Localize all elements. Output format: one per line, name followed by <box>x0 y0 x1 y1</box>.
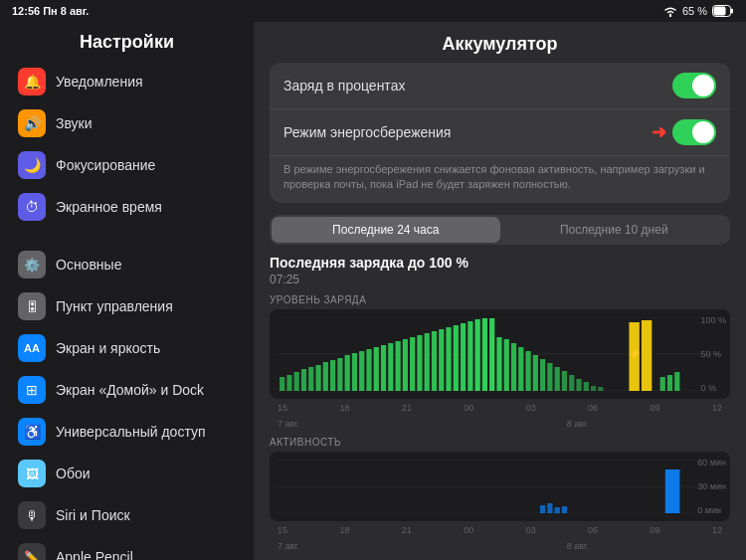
sounds-label: Звуки <box>56 115 93 131</box>
svg-rect-9 <box>301 369 306 391</box>
battery-x-labels: 15 18 21 00 03 06 09 12 <box>270 403 730 413</box>
notifications-label: Уведомления <box>56 74 143 90</box>
percent-toggle-knob <box>692 75 714 96</box>
svg-rect-39 <box>518 347 523 391</box>
svg-rect-25 <box>417 335 422 391</box>
red-arrow-icon: ➜ <box>652 121 666 143</box>
sounds-icon: 🔊 <box>18 109 46 137</box>
sidebar-item-general[interactable]: ⚙️ Основные <box>6 244 248 285</box>
svg-rect-46 <box>569 375 574 391</box>
svg-rect-15 <box>345 355 350 391</box>
svg-rect-47 <box>576 379 581 391</box>
svg-rect-38 <box>511 343 516 391</box>
sidebar-item-notifications[interactable]: 🔔 Уведомления <box>6 61 248 102</box>
screen-time-label: Экранное время <box>56 199 162 215</box>
sidebar-title: Настройки <box>0 22 254 61</box>
svg-rect-49 <box>591 386 596 391</box>
arrow-indicator: ➜ <box>652 119 716 145</box>
siri-icon: 🎙 <box>18 501 46 529</box>
svg-rect-19 <box>374 347 379 391</box>
svg-rect-64 <box>665 469 680 513</box>
svg-rect-11 <box>315 365 320 391</box>
svg-text:⚡: ⚡ <box>629 347 642 360</box>
svg-rect-52 <box>642 320 652 391</box>
low-power-hint: В режиме энергосбережения снижается фоно… <box>270 156 730 203</box>
status-bar: 12:56 Пн 8 авг. 65 % <box>0 0 746 22</box>
low-power-row: Режим энергосбережения ➜ <box>270 109 730 156</box>
wallpaper-label: Обои <box>56 466 91 481</box>
battery-level-label: УРОВЕНЬ ЗАРЯДА <box>270 294 730 305</box>
activity-date-labels: 7 авг. 8 авг. <box>270 541 730 551</box>
svg-rect-44 <box>555 367 560 391</box>
svg-rect-62 <box>555 507 560 513</box>
accessibility-label: Универсальный доступ <box>56 424 206 440</box>
general-label: Основные <box>56 257 121 273</box>
tab-24h[interactable]: Последние 24 часа <box>272 217 500 243</box>
svg-rect-61 <box>547 503 552 513</box>
percent-label: Заряд в процентах <box>283 78 405 93</box>
activity-x-labels: 15 18 21 00 03 06 09 12 <box>270 525 730 535</box>
general-icon: ⚙️ <box>18 251 46 279</box>
svg-rect-56 <box>674 372 679 391</box>
svg-rect-18 <box>366 349 371 391</box>
battery-icon <box>712 5 734 17</box>
svg-rect-1 <box>731 9 734 14</box>
sidebar-item-screen-time[interactable]: ⏱ Экранное время <box>6 186 248 228</box>
svg-rect-54 <box>660 377 665 391</box>
battery-y-labels: 100 % 50 % 0 % <box>700 315 726 393</box>
svg-rect-23 <box>403 339 408 391</box>
sidebar-item-display[interactable]: AA Экран и яркость <box>6 327 248 369</box>
sidebar-item-apple-pencil[interactable]: ✏️ Apple Pencil <box>6 536 248 560</box>
sidebar-item-siri[interactable]: 🎙 Siri и Поиск <box>6 494 248 536</box>
svg-rect-55 <box>667 375 672 391</box>
sidebar-item-focus[interactable]: 🌙 Фокусирование <box>6 144 248 186</box>
activity-label: АКТИВНОСТЬ <box>270 437 730 448</box>
sidebar-item-wallpaper[interactable]: 🖼 Обои <box>6 453 248 494</box>
sidebar-item-control-center[interactable]: 🎛 Пункт управления <box>6 285 248 327</box>
home-dock-icon: ⊞ <box>18 376 46 404</box>
svg-rect-37 <box>504 339 509 391</box>
svg-rect-6 <box>280 377 284 391</box>
sidebar-item-accessibility[interactable]: ♿ Универсальный доступ <box>6 411 248 453</box>
sidebar-item-home-dock[interactable]: ⊞ Экран «Домой» и Dock <box>6 369 248 411</box>
svg-rect-20 <box>381 345 386 391</box>
tab-10d[interactable]: Последние 10 дней <box>500 217 729 243</box>
control-center-label: Пункт управления <box>56 298 173 314</box>
wallpaper-icon: 🖼 <box>18 460 46 487</box>
svg-rect-42 <box>540 359 545 391</box>
svg-rect-28 <box>439 329 444 391</box>
settings-section: Заряд в процентах Режим энергосбережения… <box>270 63 730 203</box>
svg-rect-13 <box>330 360 335 391</box>
svg-rect-22 <box>396 341 401 391</box>
svg-rect-27 <box>432 331 437 391</box>
svg-rect-34 <box>482 318 487 391</box>
sidebar-item-sounds[interactable]: 🔊 Звуки <box>6 102 248 144</box>
low-power-label: Режим энергосбережения <box>283 124 451 140</box>
svg-rect-35 <box>489 318 494 391</box>
svg-rect-12 <box>323 362 328 391</box>
svg-rect-45 <box>562 371 567 391</box>
svg-rect-36 <box>496 337 501 391</box>
percent-row: Заряд в процентах <box>270 63 730 109</box>
siri-label: Siri и Поиск <box>56 507 130 523</box>
tabs-container: Последние 24 часа Последние 10 дней <box>270 215 730 245</box>
content-title: Аккумулятор <box>254 22 746 63</box>
low-power-toggle[interactable] <box>672 119 716 145</box>
display-icon: AA <box>18 334 46 362</box>
svg-rect-14 <box>337 358 342 391</box>
svg-rect-16 <box>352 353 357 391</box>
content-area: Аккумулятор Заряд в процентах Режим энер… <box>254 22 746 560</box>
svg-rect-2 <box>714 7 726 16</box>
battery-date-labels: 7 авг. 8 авг. <box>270 419 730 429</box>
svg-rect-17 <box>359 351 364 391</box>
svg-rect-10 <box>308 367 313 391</box>
svg-rect-48 <box>584 382 589 391</box>
notifications-icon: 🔔 <box>18 68 46 95</box>
svg-rect-8 <box>294 372 299 391</box>
chart-section: Последняя зарядка до 100 % 07:25 УРОВЕНЬ… <box>270 255 730 551</box>
svg-rect-29 <box>446 327 451 391</box>
status-time: 12:56 Пн 8 авг. <box>12 5 89 17</box>
svg-rect-50 <box>598 387 603 391</box>
percent-toggle[interactable] <box>672 73 716 98</box>
sidebar: Настройки 🔔 Уведомления 🔊 Звуки 🌙 Фокуси… <box>0 22 254 560</box>
